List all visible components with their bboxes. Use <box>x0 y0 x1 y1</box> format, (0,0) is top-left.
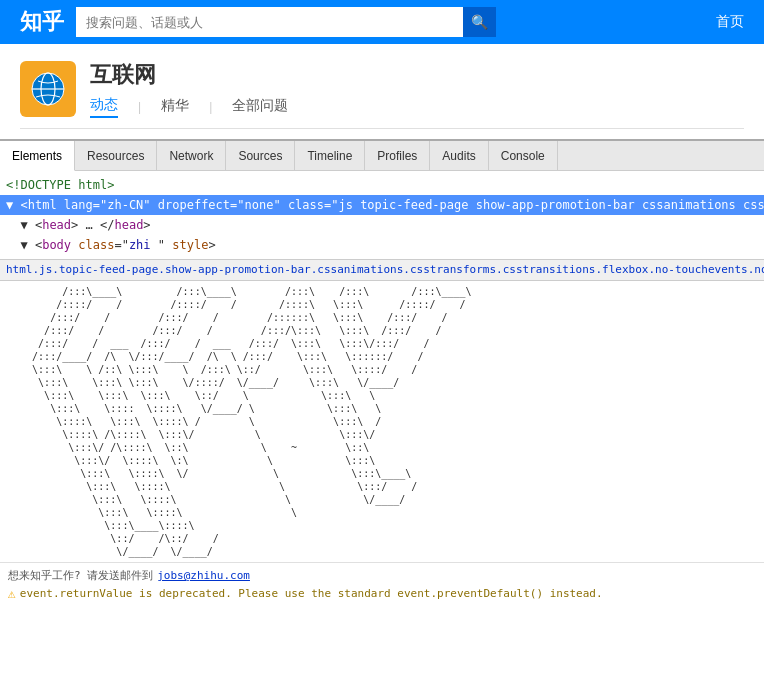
console-line-1: 想来知乎工作? 请发送邮件到 jobs@zhihu.com <box>8 567 756 585</box>
tab-quanbu[interactable]: 全部问题 <box>232 97 288 117</box>
topic-header: 互联网 动态 | 精华 | 全部问题 <box>20 60 744 118</box>
tab-jinghua[interactable]: 精华 <box>161 97 189 117</box>
search-button[interactable]: 🔍 <box>463 7 496 37</box>
body-triangle: ▼ <box>20 238 27 252</box>
console-text-1: 想来知乎工作? 请发送邮件到 <box>8 567 153 585</box>
elements-doctype[interactable]: <!DOCTYPE html> <box>0 175 764 195</box>
topic-title: 互联网 <box>90 60 288 90</box>
globe-icon <box>30 71 66 107</box>
search-bar: 🔍 <box>76 7 496 37</box>
doctype-text: <!DOCTYPE html> <box>6 178 114 192</box>
devtools-tab-resources[interactable]: Resources <box>75 141 157 171</box>
devtools-breadcrumb: html.js.topic-feed-page.show-app-promoti… <box>0 259 764 281</box>
topic-info: 互联网 动态 | 精华 | 全部问题 <box>90 60 288 118</box>
tab-divider-2: | <box>209 100 212 114</box>
topic-icon <box>20 61 76 117</box>
console-bar: 想来知乎工作? 请发送邮件到 jobs@zhihu.com ⚠ event.re… <box>0 562 764 607</box>
devtools-tabs-bar: Elements Resources Network Sources Timel… <box>0 141 764 171</box>
devtools-tab-console[interactable]: Console <box>489 141 558 171</box>
console-email-link[interactable]: jobs@zhihu.com <box>157 567 250 585</box>
navbar: 知乎 🔍 首页 <box>0 0 764 44</box>
search-icon: 🔍 <box>471 14 488 30</box>
devtools-panel: Elements Resources Network Sources Timel… <box>0 139 764 607</box>
devtools-tab-timeline[interactable]: Timeline <box>295 141 365 171</box>
content-area: 互联网 动态 | 精华 | 全部问题 <box>0 44 764 129</box>
tab-dongtai[interactable]: 动态 <box>90 96 118 118</box>
devtools-tab-profiles[interactable]: Profiles <box>365 141 430 171</box>
topic-separator <box>20 128 744 129</box>
warning-icon: ⚠ <box>8 585 16 603</box>
search-input[interactable] <box>76 7 463 37</box>
breadcrumb-path[interactable]: html.js.topic-feed-page.show-app-promoti… <box>6 259 764 281</box>
ascii-art-content: /:::\____\ /:::\____\ /:::\ /:::\ /:::\_… <box>8 286 472 557</box>
head-triangle: ▼ <box>20 218 27 232</box>
elements-panel: <!DOCTYPE html> ▼ <html lang="zh-CN" dro… <box>0 171 764 259</box>
elements-body-tag[interactable]: ▼ <body class="zhi " style> <box>0 235 764 255</box>
devtools-tab-sources[interactable]: Sources <box>226 141 295 171</box>
ascii-art-area: /:::\____\ /:::\____\ /:::\ /:::\ /:::\_… <box>0 281 764 562</box>
tab-divider-1: | <box>138 100 141 114</box>
elements-html-tag[interactable]: ▼ <html lang="zh-CN" dropeffect="none" c… <box>0 195 764 215</box>
site-logo[interactable]: 知乎 <box>20 7 64 37</box>
console-warning-text: event.returnValue is deprecated. Please … <box>20 585 603 603</box>
elements-head-tag[interactable]: ▼ <head> … </head> <box>0 215 764 235</box>
devtools-tab-elements[interactable]: Elements <box>0 141 75 171</box>
devtools-tab-audits[interactable]: Audits <box>430 141 488 171</box>
topic-tabs: 动态 | 精华 | 全部问题 <box>90 96 288 118</box>
devtools-tab-network[interactable]: Network <box>157 141 226 171</box>
html-triangle: ▼ <box>6 198 13 212</box>
console-line-2: ⚠ event.returnValue is deprecated. Pleas… <box>8 585 756 603</box>
home-link[interactable]: 首页 <box>716 13 744 31</box>
